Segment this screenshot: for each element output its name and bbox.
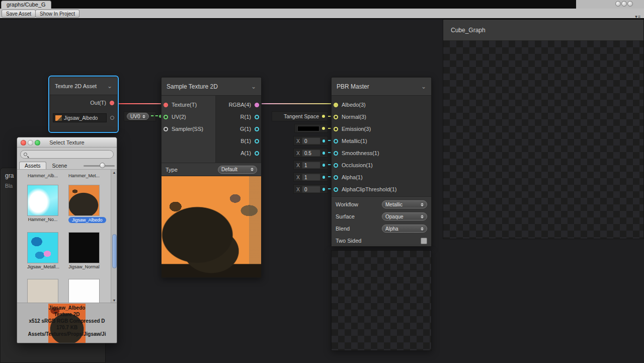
tab-assets[interactable]: Assets (19, 162, 46, 169)
r-out-label: R(1) (240, 114, 251, 120)
smoothness-port[interactable] (334, 151, 338, 156)
minimize-icon[interactable] (28, 140, 33, 146)
node-sample-title[interactable]: Sample Texture 2D ⌄ (162, 78, 261, 96)
grid-item-jigsaw-albedo[interactable]: Jigsaw_Albedo (68, 185, 106, 223)
rgba-out-port[interactable] (255, 103, 259, 107)
window-button-3[interactable] (627, 1, 633, 7)
scrollbar-thumb[interactable] (112, 234, 117, 268)
texture-in-port[interactable] (164, 103, 168, 107)
maximize-icon[interactable] (35, 140, 40, 146)
x-label: X (296, 150, 300, 156)
info-path: Assets/Textures/Props/Jigsaw/Ji (17, 331, 117, 337)
panel-menu-icon[interactable]: ▾≡ (635, 14, 641, 19)
uv-channel-dropdown[interactable]: UV0 (127, 113, 149, 120)
picker-scrollbar[interactable]: ▲ ▼ (111, 170, 117, 303)
texture-thumbnail-icon (55, 115, 62, 121)
metallic-default-dot (323, 139, 325, 142)
emission-port[interactable] (334, 127, 338, 131)
surface-dropdown[interactable]: Opaque (382, 212, 427, 221)
smoothness-control[interactable]: X 0.5 (293, 148, 328, 158)
window-button-1[interactable] (615, 1, 621, 7)
alphaclip-port[interactable] (334, 187, 338, 192)
object-picker-port[interactable] (110, 116, 114, 120)
alpha-value-field[interactable]: 1 (302, 174, 320, 181)
wire-rgba-to-albedo[interactable] (258, 103, 335, 104)
metallic-port[interactable] (334, 139, 338, 143)
grid-item-jigsaw-normal[interactable]: Jigsaw_Normal (68, 232, 100, 269)
main-preview-viewport[interactable] (443, 41, 643, 239)
g-out-port[interactable] (255, 127, 259, 131)
type-value: Default (221, 167, 237, 172)
pbr-node-preview[interactable] (331, 250, 432, 351)
grid-item-jigsaw-metallic[interactable]: Jigsaw_Metall... (27, 232, 59, 269)
node-texture-2d-asset[interactable]: Texture 2D Asset ⌄ Out(T) Jigsaw_Albedo (49, 77, 118, 132)
thumbnail-size-slider[interactable] (84, 165, 115, 167)
surface-label: Surface (336, 213, 355, 220)
sample-texture-preview[interactable] (162, 176, 261, 277)
picker-grid[interactable]: Hammer_Alb... Hammer_Met... Hammer_No...… (17, 170, 117, 303)
node-texture-2d-asset-title[interactable]: Texture 2D Asset ⌄ (50, 77, 117, 95)
alpha-control[interactable]: X 1 (293, 172, 328, 182)
a-out-port[interactable] (255, 151, 259, 156)
b-out-port[interactable] (255, 139, 259, 143)
grid-item-hammer-normal[interactable]: Hammer_No... (27, 185, 58, 222)
chevron-down-icon[interactable]: ⌄ (421, 85, 426, 89)
window-controls-area (576, 0, 644, 9)
main-preview-header[interactable]: Cube_Graph (443, 20, 643, 41)
scroll-up-icon[interactable]: ▲ (111, 170, 117, 176)
metallic-label: Metallic(1) (342, 138, 367, 144)
albedo-port[interactable] (334, 103, 338, 107)
occlusion-port[interactable] (334, 163, 338, 168)
metallic-value-field[interactable]: 0 (302, 137, 320, 144)
blend-dropdown[interactable]: Alpha (382, 225, 427, 233)
chevron-down-icon[interactable]: ⌄ (251, 85, 256, 89)
texture-object-field[interactable]: Jigsaw_Albedo (53, 113, 107, 122)
emission-color-control[interactable] (294, 124, 328, 133)
shader-preview-sphere[interactable] (466, 62, 620, 216)
workflow-dropdown[interactable]: Metallic (382, 200, 427, 208)
slider-thumb[interactable] (100, 163, 105, 168)
node-sample-texture-2d[interactable]: Sample Texture 2D ⌄ Texture(T) UV(2) Sam… (161, 77, 262, 278)
close-icon[interactable] (21, 140, 26, 146)
select-texture-window[interactable]: Select Texture Assets Scene Hammer_Alb..… (17, 137, 117, 343)
search-input[interactable] (20, 150, 114, 159)
tab-graphs-cube-g[interactable]: graphs/Cube_G (1, 1, 51, 9)
picker-titlebar[interactable]: Select Texture (17, 137, 117, 148)
shader-graph-window: graphs/Cube_G Save Asset Show In Project… (0, 0, 644, 363)
grid-item-beige[interactable] (27, 279, 58, 303)
window-button-2[interactable] (621, 1, 627, 7)
metallic-control[interactable]: X 0 (293, 136, 328, 146)
out-port[interactable] (110, 101, 114, 105)
normal-space-value: Tangent Space (284, 113, 319, 119)
tab-scene[interactable]: Scene (46, 162, 73, 169)
node-pbr-title[interactable]: PBR Master ⌄ (332, 78, 431, 96)
uv-in-port[interactable] (164, 115, 168, 119)
node-pbr-master[interactable]: PBR Master ⌄ Albedo(3) Normal(3) Emissio… (331, 77, 432, 247)
sampler-in-port[interactable] (164, 127, 168, 131)
albedo-label: Albedo(3) (342, 102, 366, 108)
grid-label[interactable]: Hammer_Met... (63, 173, 105, 178)
alphaclip-value-field[interactable]: 0 (302, 186, 320, 193)
alphaclip-control[interactable]: X 0 (293, 184, 328, 194)
node-title-label: Sample Texture 2D (167, 83, 218, 90)
smoothness-default-dot (323, 152, 325, 155)
grid-item-white[interactable] (68, 279, 100, 303)
scroll-down-icon[interactable]: ▼ (111, 299, 117, 302)
occlusion-control[interactable]: X 1 (293, 160, 328, 170)
type-dropdown[interactable]: Default (218, 166, 257, 174)
normal-space-control[interactable]: Tangent Space (272, 111, 328, 121)
alpha-port[interactable] (334, 175, 338, 180)
normal-port[interactable] (334, 115, 338, 119)
texture-in-label: Texture(T) (172, 102, 197, 108)
grid-label[interactable]: Hammer_Alb... (22, 173, 63, 178)
smoothness-value-field[interactable]: 0.5 (302, 150, 320, 157)
occlusion-value-field[interactable]: 1 (302, 162, 320, 169)
r-out-port[interactable] (255, 115, 259, 119)
save-asset-button[interactable]: Save Asset (2, 10, 36, 18)
two-sided-checkbox[interactable] (421, 238, 427, 244)
chevron-down-icon[interactable]: ⌄ (107, 84, 112, 88)
wire-out-to-texture[interactable] (115, 103, 165, 104)
show-in-project-button[interactable]: Show In Project (35, 10, 79, 18)
pbr-preview-sphere[interactable] (336, 255, 427, 346)
emission-color-swatch[interactable] (297, 126, 319, 131)
